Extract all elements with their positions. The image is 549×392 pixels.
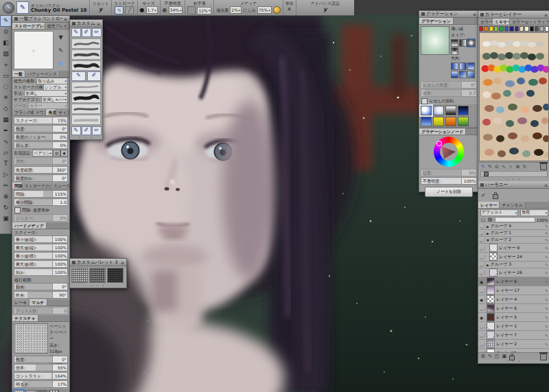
preserve-transparency-icon[interactable]: ◻: [480, 216, 487, 223]
tab-角度[interactable]: 角度: [46, 109, 56, 115]
brush-stroke-thumb[interactable]: [71, 115, 101, 125]
transform-tool[interactable]: ◇: [1, 103, 11, 114]
color-wheel[interactable]: [434, 137, 464, 167]
slider-位置:[interactable]: 位置:0%: [421, 169, 477, 176]
tab-スムーズ化[interactable]: スムーズ化: [51, 183, 69, 189]
brush-variant-icon[interactable]: ✎: [71, 126, 81, 135]
mixer-rotate-icon[interactable]: ↻: [521, 163, 528, 170]
eraser-tool[interactable]: ▨: [1, 48, 11, 59]
text-tool[interactable]: T: [1, 158, 11, 169]
panel-menu-icon[interactable]: ≡: [473, 12, 476, 16]
quick-curve-tool[interactable]: ∿: [1, 136, 11, 147]
slider-スクイーズ:[interactable]: スクイーズ:73%: [14, 117, 68, 124]
layer-row[interactable]: ◡レイヤー 17✎: [478, 286, 549, 295]
harmony-lock-icon[interactable]: [493, 194, 498, 199]
tab-パフォーマンス[interactable]: パフォーマンス: [25, 71, 60, 77]
tab-サイズ[interactable]: サイズ: [56, 109, 69, 115]
size-value-field[interactable]: 1.7▾: [146, 6, 158, 14]
gradient-type-icon[interactable]: [451, 39, 458, 47]
color-layers-title-bar[interactable]: カラーとレイヤー ≡: [478, 11, 549, 19]
layer-row[interactable]: ◡レイヤー 1✎: [478, 322, 549, 331]
resize-dots[interactable]: • • •: [478, 360, 549, 363]
brush-variant-icon[interactable]: ✐: [82, 28, 91, 37]
resize-dots[interactable]: • • •: [70, 284, 126, 288]
slider-明るさ:[interactable]: 明るさ:17%: [14, 380, 68, 388]
layer-visibility-toggle[interactable]: ◡: [478, 231, 485, 235]
gradient-title-bar[interactable]: グラデーション ≡: [419, 11, 478, 18]
mixer-color-swatch[interactable]: [539, 26, 544, 32]
layer-visibility-toggle[interactable]: ◡: [478, 270, 485, 275]
brush-stroke-thumb[interactable]: [71, 82, 101, 92]
slider-コントラスト:[interactable]: コントラスト:164%: [14, 372, 68, 380]
layer-visibility-toggle[interactable]: ◡: [478, 238, 485, 242]
gradient-direction-icon[interactable]: [467, 71, 475, 78]
slider-刻み:[interactable]: 刻み:100%: [14, 268, 68, 276]
mixer-dirty-brush-icon[interactable]: ✎: [480, 163, 487, 170]
dab-tip-icon[interactable]: ▼: [58, 34, 62, 41]
tab-レーキ[interactable]: レーキ: [12, 299, 30, 305]
gradient-swatch[interactable]: [458, 106, 469, 115]
brush-category-icon[interactable]: ✎: [3, 2, 14, 14]
mixer-color-swatch[interactable]: [509, 26, 513, 32]
group-expand-icon[interactable]: ▶: [487, 263, 489, 267]
brush-variant-icon[interactable]: ✎: [71, 28, 81, 37]
tab-カラー[interactable]: カラー: [478, 19, 493, 25]
slider-倍率:[interactable]: 倍率:0.7: [421, 89, 477, 97]
crop-tool[interactable]: ▦: [1, 114, 11, 125]
layer-mask-icon[interactable]: ◫: [493, 353, 501, 360]
magnifier-tool[interactable]: ⊕: [1, 191, 11, 202]
texture-thumb[interactable]: [71, 268, 88, 283]
layer-row[interactable]: ◡レイヤー 26✎: [478, 268, 549, 277]
slider-不透明度:[interactable]: 不透明度:100%: [421, 177, 477, 185]
scissors-tool[interactable]: ✂: [1, 180, 11, 191]
straight-line-stroke-icon[interactable]: ╱: [125, 6, 134, 14]
mixer-apply-color-icon[interactable]: ✎: [487, 163, 493, 170]
slider-らせんの角度:[interactable]: らせんの角度:0°: [421, 81, 477, 89]
slider-最小値(横):[interactable]: 最小値(横):100%: [14, 252, 68, 260]
brush-variant-icon[interactable]: ✐: [82, 126, 91, 135]
brush-stroke-thumb[interactable]: [71, 93, 101, 103]
slider-始点:[interactable]: 始点:0°: [14, 283, 68, 290]
harmony-title-bar[interactable]: ハーモニー ≡: [478, 181, 549, 189]
gradient-type-icon[interactable]: [451, 47, 458, 55]
mixer-color-swatch[interactable]: [484, 26, 488, 32]
mixer-pan-icon[interactable]: ＋: [507, 163, 515, 170]
brush-variant-icon[interactable]: ✎: [16, 1, 29, 14]
mixer-color-swatch[interactable]: [515, 26, 519, 32]
mixer-trash-icon[interactable]: [540, 163, 547, 170]
rotate-page-tool[interactable]: ↻: [1, 202, 11, 213]
panel-menu-icon[interactable]: ≡: [121, 260, 124, 265]
harmony-pen-icon[interactable]: ✐: [480, 192, 487, 199]
brush-selector[interactable]: ✎ ✎ オイルパステル Chunky Oil Pastel 10: [0, 0, 90, 15]
tab-gradient[interactable]: グラデーション: [419, 18, 454, 24]
layer-row[interactable]: ◡レイヤー 9✎: [478, 244, 549, 253]
layer-visibility-toggle[interactable]: ◡: [478, 306, 485, 311]
tab-レイヤー[interactable]: レイヤー: [478, 202, 500, 208]
gradient-swatch[interactable]: [433, 117, 444, 126]
tab-一般[interactable]: 一般: [12, 71, 25, 77]
mixer-color-swatch[interactable]: [535, 26, 539, 32]
brush-tool[interactable]: ✎: [1, 15, 11, 26]
mixer-color-swatch[interactable]: [519, 26, 524, 32]
mixer-color-swatch[interactable]: [504, 26, 509, 32]
tab-texture[interactable]: テクスチャ: [12, 315, 38, 321]
layer-group-row[interactable]: ◡▼グループ 2✎: [478, 237, 549, 244]
oil-media-icon[interactable]: [273, 6, 281, 14]
brush-stroke-thumb[interactable]: [71, 38, 101, 49]
texture-thumb[interactable]: [107, 268, 124, 283]
slider-終点:[interactable]: 終点:90°: [14, 291, 68, 299]
layer-visibility-toggle[interactable]: ◡: [478, 262, 485, 267]
mixer-color-swatch[interactable]: [545, 26, 549, 32]
pen-tool[interactable]: ✒: [1, 125, 11, 136]
layer-group-row[interactable]: ◡▶グループ 1✎: [478, 230, 549, 237]
opacity-value-field[interactable]: 34%▾: [169, 6, 183, 14]
reset-brush-icon[interactable]: y: [99, 6, 102, 13]
slider-角度刻み:[interactable]: 角度刻み:0°: [14, 174, 68, 182]
layer-visibility-toggle[interactable]: ◡: [478, 288, 485, 293]
lasso-tool[interactable]: ◌: [1, 81, 11, 92]
resat-value-field[interactable]: 2%▾: [230, 6, 242, 14]
brush-controls-title-bar[interactable]: 一般ブラシコントロール ≡: [12, 16, 69, 23]
resize-dots[interactable]: • • •: [70, 136, 102, 139]
layer-visibility-toggle[interactable]: ◉: [478, 297, 485, 302]
layer-visibility-toggle[interactable]: ◉: [478, 315, 485, 320]
